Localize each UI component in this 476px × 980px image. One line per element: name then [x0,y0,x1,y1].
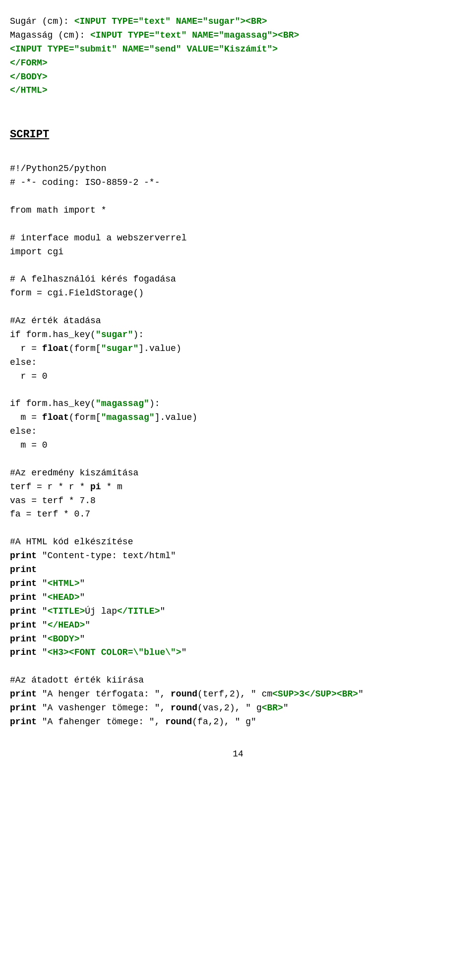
code-line: fa = terf * 0.7 [10,508,466,521]
code-line: Sugár (cm): <INPUT TYPE="text" NAME="sug… [10,15,466,29]
code-line: print "<H3><FONT COLOR=\"blue\">" [10,646,466,660]
code-line: print "</HEAD>" [10,619,466,633]
html-tag: <INPUT TYPE="text" NAME="sugar"><BR> [74,16,267,26]
string-value: "magassag" [96,399,149,408]
blank-line [10,148,466,162]
code-line: #A HTML kód elkészítése [10,535,466,549]
html-tag: <H3><FONT COLOR=\"blue\"> [48,647,181,657]
code-line: terf = r * r * pi * m [10,480,466,494]
blank-line [10,98,466,112]
code-line: print "<HEAD>" [10,591,466,605]
code-line: </HTML> [10,84,466,98]
blank-line [10,259,466,273]
html-tag: </FORM> [10,58,48,68]
code-line: print "<TITLE>Új lap</TITLE>" [10,605,466,619]
blank-line [10,383,466,397]
blank-line [10,660,466,674]
code-line: vas = terf * 7.8 [10,494,466,508]
html-tag: <BODY> [48,634,80,644]
code-line: m = 0 [10,439,466,453]
code-line: if form.has_key("sugar"): [10,328,466,342]
html-tag: <HEAD> [48,592,80,602]
string-value: "magassag" [101,412,155,422]
code-line: <INPUT TYPE="submit" NAME="send" VALUE="… [10,43,466,57]
print-keyword: print [10,703,37,713]
page-number: 14 [10,749,466,759]
html-tag: </BODY> [10,72,48,82]
code-line-from-math: from math import * [10,204,466,218]
keyword: float [42,412,69,422]
html-tag: </HEAD> [48,620,85,630]
code-line: # A felhasználói kérés fogadása [10,273,466,287]
code-line: print "Content-type: text/html" [10,549,466,563]
code-line: r = 0 [10,370,466,384]
html-tag: <INPUT TYPE="text" NAME="magassag"><BR> [90,30,299,40]
keyword: if [10,330,26,340]
code-line: </FORM> [10,57,466,70]
html-tag: <HTML> [48,578,80,588]
code-line: #Az eredmény kiszámítása [10,466,466,480]
code-line: print [10,563,466,577]
html-tag: </TITLE> [117,606,160,616]
print-keyword: print [10,551,37,561]
print-keyword: print [10,647,37,657]
blank-line [10,300,466,314]
page-content: Sugár (cm): <INPUT TYPE="text" NAME="sug… [10,15,466,759]
code-line: print "<BODY>" [10,633,466,646]
html-tag: </HTML> [10,85,48,95]
code-line: else: [10,425,466,439]
func-keyword: round [171,703,197,713]
print-keyword: print [10,717,37,727]
blank-line [10,218,466,231]
code-line: import cgi [10,245,466,259]
keyword: if [10,399,26,408]
html-tag: <BR> [262,703,283,713]
func-keyword: round [165,717,192,727]
func-keyword: round [171,689,197,699]
code-line: print "<HTML>" [10,577,466,591]
code-line: #Az érték átadása [10,314,466,328]
code-line: r = float(form["sugar"].value) [10,342,466,356]
html-code-block: Sugár (cm): <INPUT TYPE="text" NAME="sug… [10,15,466,729]
code-line: form = cgi.FieldStorage() [10,287,466,300]
keyword: float [42,344,69,353]
html-tag: <TITLE> [48,606,85,616]
code-line: #Az átadott érték kiírása [10,674,466,688]
section-title: SCRIPT [10,126,466,143]
string-value: "sugar" [96,330,133,340]
code-line: Magasság (cm): <INPUT TYPE="text" NAME="… [10,29,466,43]
html-tag: <INPUT TYPE="submit" NAME="send" VALUE="… [10,44,278,54]
code-line: else: [10,356,466,370]
text-part: Sugár (cm): [10,16,74,26]
code-line: print "A vashenger tömege: ", round(vas,… [10,701,466,715]
code-line: </BODY> [10,70,466,84]
code-line: print "A henger térfogata: ", round(terf… [10,688,466,701]
print-keyword: print [10,565,37,575]
code-line: #!/Python25/python [10,162,466,176]
code-line: # interface modul a webszerverrel [10,231,466,245]
print-keyword: print [10,578,37,588]
string-value: "sugar" [101,344,139,353]
code-line: if form.has_key("magassag"): [10,397,466,411]
pi-keyword: pi [90,482,101,492]
code-line: m = float(form["magassag"].value) [10,411,466,425]
blank-line [10,190,466,204]
print-keyword: print [10,634,37,644]
code-line: # -*- coding: ISO-8859-2 -*- [10,176,466,190]
text-part: Magasság (cm): [10,30,90,40]
html-tag: <SUP>3</SUP><BR> [272,689,358,699]
blank-line [10,521,466,535]
blank-line [10,453,466,466]
print-keyword: print [10,689,37,699]
code-line: print "A fahenger tömege: ", round(fa,2)… [10,715,466,729]
print-keyword: print [10,620,37,630]
print-keyword: print [10,606,37,616]
print-keyword: print [10,592,37,602]
